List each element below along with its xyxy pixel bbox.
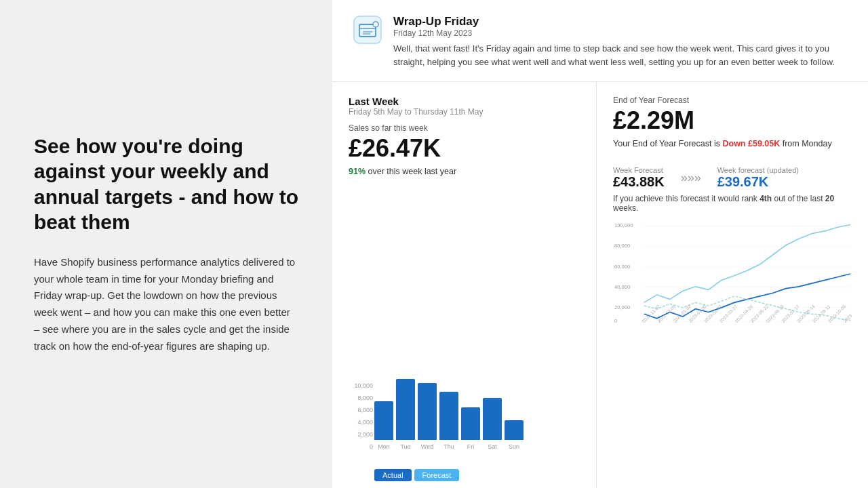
bar-label-fri: Fri	[467, 443, 475, 450]
eoy-note-suffix: from Monday	[783, 139, 832, 148]
eoy-amount: £59.05K	[748, 139, 780, 148]
legend-actual-button[interactable]: Actual	[374, 469, 412, 481]
week-forecast-value: £43.88K	[613, 174, 665, 190]
rank-position: 4th	[760, 194, 772, 203]
svg-text:80,000: 80,000	[614, 243, 630, 249]
svg-text:20,000: 20,000	[614, 304, 630, 310]
header-text: Wrap-Up Friday Friday 12th May 2023 Well…	[393, 15, 841, 69]
bar-actual-thu	[439, 392, 458, 440]
bar-group-tue: Tue	[396, 379, 415, 450]
eoy-label: End of Year Forecast	[613, 96, 852, 105]
legend-forecast-button[interactable]: Forecast	[414, 469, 460, 481]
svg-text:60,000: 60,000	[614, 264, 630, 270]
eoy-note-prefix: Your End of Year Forecast is	[613, 139, 720, 148]
bar-group-sat: Sat	[483, 398, 502, 450]
eoy-note: Your End of Year Forecast is Down £59.05…	[613, 139, 852, 148]
week-forecast-updated: Week forecast (updated) £39.67K	[717, 166, 799, 190]
main-body: Have Shopify business performance analyt…	[34, 254, 298, 355]
y-axis: 10,000 8,000 6,000 4,000 2,000 0	[349, 382, 373, 450]
week-forecast: Week Forecast £43.88K	[613, 166, 665, 190]
bar-chart: 10,000 8,000 6,000 4,000 2,000 0 MonTueW…	[349, 382, 580, 464]
left-metrics: Last Week Friday 5th May to Thursday 11t…	[332, 82, 597, 488]
chart-legend: Actual Forecast	[349, 469, 580, 481]
bar-group-mon: Mon	[374, 401, 393, 450]
sales-label: Sales so far this week	[349, 123, 580, 133]
sales-pct: 91%	[349, 167, 366, 176]
rank-note-prefix: If you achieve this forecast it would ra…	[613, 194, 757, 203]
header-card: ↑ Wrap-Up Friday Friday 12th May 2023 We…	[332, 0, 868, 82]
week-forecast-updated-label: Week forecast (updated)	[717, 166, 799, 174]
card-description: Well, that went fast! It's Friday again …	[393, 42, 841, 69]
eoy-direction: Down	[722, 139, 745, 148]
bar-label-thu: Thu	[443, 443, 454, 450]
bar-actual-sun	[505, 420, 524, 440]
eoy-value: £2.29M	[613, 106, 852, 135]
bar-label-mon: Mon	[378, 443, 390, 450]
week-forecast-updated-value: £39.67K	[717, 174, 799, 190]
svg-text:0: 0	[614, 319, 617, 325]
sales-note: 91% over this week last year	[349, 167, 580, 176]
bar-group-fri: Fri	[461, 407, 480, 450]
svg-rect-0	[354, 16, 381, 43]
bar-label-tue: Tue	[400, 443, 410, 450]
card-date: Friday 12th May 2023	[393, 28, 841, 38]
right-panel: ↑ Wrap-Up Friday Friday 12th May 2023 We…	[332, 0, 868, 488]
bar-label-sat: Sat	[488, 443, 497, 450]
bar-chart-area: 10,000 8,000 6,000 4,000 2,000 0 MonTueW…	[349, 186, 580, 481]
sales-note-text: over this week last year	[368, 167, 457, 176]
bar-group-wed: Wed	[418, 383, 437, 450]
bar-actual-mon	[374, 401, 393, 440]
bar-actual-tue	[396, 379, 415, 440]
rank-end: weeks.	[613, 203, 638, 213]
forecast-row: Week Forecast £43.88K »»» Week forecast …	[613, 166, 852, 190]
wrap-up-icon: ↑	[353, 15, 382, 45]
bar-label-wed: Wed	[421, 443, 433, 450]
right-metrics: End of Year Forecast £2.29M Your End of …	[597, 82, 868, 488]
left-panel: See how you're doing against your weekly…	[0, 0, 332, 488]
rank-weeks: 20	[825, 194, 834, 203]
line-chart-area: 100,000 80,000 60,000 40,000 20,000 0	[613, 220, 852, 481]
forecast-arrow-icon: »»»	[681, 171, 701, 185]
main-content: Last Week Friday 5th May to Thursday 11t…	[332, 82, 868, 488]
svg-text:↑: ↑	[375, 23, 377, 27]
bar-actual-sat	[483, 398, 502, 440]
week-forecast-label: Week Forecast	[613, 166, 665, 174]
bar-group-sun: Sun	[505, 420, 524, 450]
svg-text:40,000: 40,000	[614, 284, 630, 290]
line-chart: 100,000 80,000 60,000 40,000 20,000 0	[613, 220, 852, 328]
main-heading: See how you're doing against your weekly…	[34, 134, 298, 235]
rank-suffix: out of the last	[774, 194, 823, 203]
section-subtitle: Friday 5th May to Thursday 11th May	[349, 107, 580, 117]
rank-note: If you achieve this forecast it would ra…	[613, 194, 852, 213]
bar-actual-wed	[418, 383, 437, 440]
sales-value: £26.47K	[349, 134, 580, 163]
card-title: Wrap-Up Friday	[393, 15, 841, 28]
svg-text:100,000: 100,000	[614, 223, 633, 229]
bar-label-sun: Sun	[509, 443, 519, 450]
bar-actual-fri	[461, 407, 480, 440]
section-title: Last Week	[349, 96, 580, 107]
bar-group-thu: Thu	[439, 392, 458, 450]
